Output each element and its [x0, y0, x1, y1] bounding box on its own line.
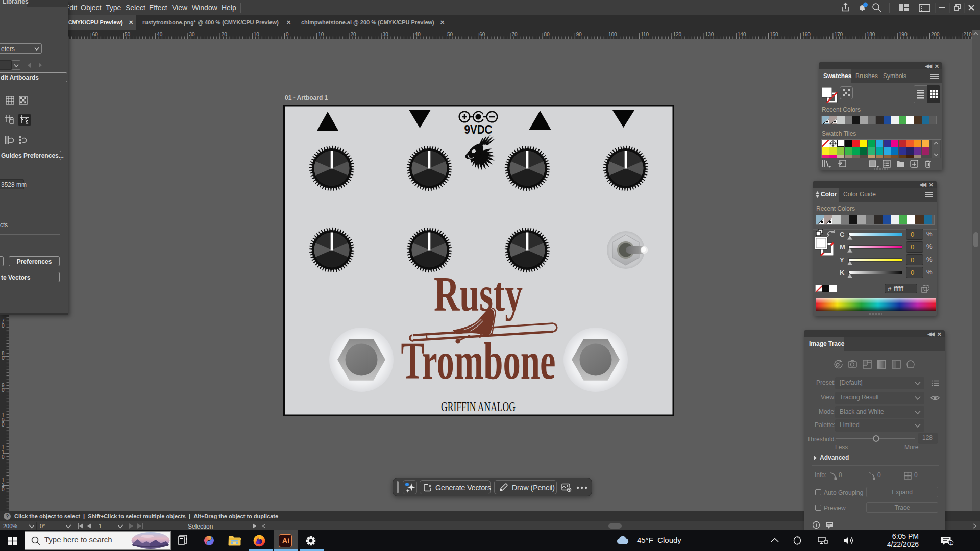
svg-text:40: 40 — [415, 32, 421, 37]
svg-text:10: 10 — [318, 32, 324, 37]
svg-text:190: 190 — [899, 32, 908, 37]
svg-text:0: 0 — [2, 454, 5, 460]
svg-text:210: 210 — [963, 32, 972, 37]
svg-text:9VDC: 9VDC — [464, 123, 493, 136]
svg-text:0: 0 — [286, 32, 289, 37]
svg-text:130: 130 — [705, 32, 714, 37]
svg-text:30: 30 — [383, 32, 389, 37]
svg-text:180: 180 — [867, 32, 875, 37]
svg-text:0: 0 — [2, 487, 5, 492]
svg-text:50: 50 — [447, 32, 453, 37]
svg-text:1: 1 — [949, 541, 952, 546]
svg-text:GRIFFIN ANALOG: GRIFFIN ANALOG — [441, 398, 516, 414]
svg-text:Rusty: Rusty — [434, 267, 523, 321]
svg-text:70: 70 — [511, 32, 518, 37]
svg-text:30: 30 — [189, 32, 195, 37]
svg-text:120: 120 — [673, 32, 681, 37]
svg-text:110: 110 — [641, 32, 649, 37]
svg-text:200: 200 — [931, 32, 940, 37]
svg-text:0: 0 — [2, 422, 5, 428]
svg-text:150: 150 — [770, 32, 778, 37]
svg-text:160: 160 — [802, 32, 811, 37]
svg-text:100: 100 — [608, 32, 617, 37]
svg-text:0: 0 — [2, 387, 5, 393]
svg-text:10: 10 — [254, 32, 260, 37]
svg-text:20: 20 — [350, 32, 356, 37]
svg-text:50: 50 — [125, 32, 131, 37]
svg-text:20: 20 — [222, 32, 228, 37]
svg-text:90: 90 — [576, 32, 582, 37]
svg-text:60: 60 — [92, 32, 99, 37]
svg-text:0: 0 — [2, 355, 5, 361]
svg-text:40: 40 — [157, 32, 163, 37]
svg-text:0: 0 — [2, 323, 5, 329]
svg-text:170: 170 — [834, 32, 843, 37]
svg-text:60: 60 — [479, 32, 485, 37]
svg-text:80: 80 — [544, 32, 550, 37]
svg-text:140: 140 — [738, 32, 746, 37]
